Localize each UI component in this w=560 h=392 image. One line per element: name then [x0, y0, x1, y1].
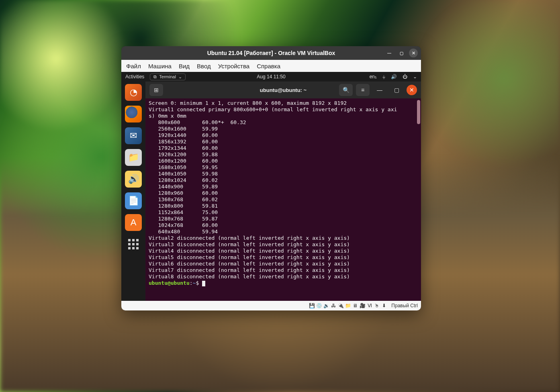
mouse-integration-icon[interactable]: 🖱 [374, 302, 380, 309]
hdd-icon[interactable]: 💾 [309, 302, 315, 309]
hamburger-menu-button[interactable]: ≡ [356, 84, 370, 96]
keyboard-layout-indicator[interactable]: en₁ [370, 74, 377, 80]
dock-icon-disk-utility[interactable]: ◔ [125, 84, 142, 101]
dock-icon-rhythmbox[interactable]: 🔊 [125, 171, 142, 188]
terminal-content[interactable]: Screen 0: minimum 1 x 1, current 800 x 6… [145, 98, 421, 301]
dock-icon-thunderbird[interactable]: ✉ [125, 127, 142, 144]
gnome-topbar: Activities ⧉ Terminal ⌄ Aug 14 11:50 en₁… [121, 72, 421, 82]
network-icon[interactable]: ⏚ [382, 74, 385, 80]
virtualbox-window: Ubuntu 21.04 [Работает] - Oracle VM Virt… [121, 46, 421, 310]
minimize-button[interactable] [385, 49, 394, 57]
volume-icon[interactable]: 🔊 [391, 74, 397, 80]
recording-icon[interactable]: 🎥 [359, 302, 366, 309]
maximize-button[interactable] [397, 49, 406, 57]
system-menu-arrow-icon[interactable]: ⌄ [413, 74, 417, 80]
dock-icon-software[interactable]: A [125, 214, 142, 231]
terminal-minimize-button[interactable]: — [373, 84, 386, 96]
vbox-menubar: Файл Машина Вид Ввод Устройства Справка [121, 60, 421, 72]
shared-folder-icon[interactable]: 📁 [345, 302, 351, 309]
network-icon-sb[interactable]: 🖧 [330, 302, 337, 309]
menu-devices[interactable]: Устройства [218, 63, 249, 69]
terminal-header: ⊞ ubuntu@ubuntu: ~ 🔍 ≡ — ▢ ✕ [145, 82, 421, 98]
audio-icon[interactable]: 🔉 [323, 302, 329, 309]
menu-view[interactable]: Вид [179, 63, 190, 69]
host-key-label: Правый Ctrl [391, 303, 418, 308]
titlebar[interactable]: Ubuntu 21.04 [Работает] - Oracle VM Virt… [121, 46, 421, 60]
terminal-icon: ⧉ [153, 74, 157, 80]
terminal-maximize-button[interactable]: ▢ [390, 84, 403, 96]
close-button[interactable] [409, 49, 418, 57]
app-menu[interactable]: ⧉ Terminal ⌄ [150, 74, 186, 80]
activities-button[interactable]: Activities [125, 74, 144, 80]
window-title: Ubuntu 21.04 [Работает] - Oracle VM Virt… [207, 50, 335, 56]
terminal-title: ubuntu@ubuntu: ~ [260, 87, 307, 93]
guest-screen: Activities ⧉ Terminal ⌄ Aug 14 11:50 en₁… [121, 72, 421, 301]
new-tab-button[interactable]: ⊞ [149, 84, 163, 96]
terminal-window: ⊞ ubuntu@ubuntu: ~ 🔍 ≡ — ▢ ✕ Screen 0: m… [145, 82, 421, 301]
menu-file[interactable]: Файл [126, 63, 141, 69]
host-key-arrow-icon[interactable]: ⬇ [381, 302, 387, 309]
terminal-scrollbar[interactable] [417, 100, 420, 124]
menu-input[interactable]: Ввод [197, 63, 211, 69]
dock-icon-files[interactable]: 📁 [125, 149, 142, 166]
chevron-down-icon: ⌄ [178, 74, 182, 80]
terminal-close-button[interactable]: ✕ [407, 85, 417, 95]
dock-icon-show-apps[interactable] [125, 236, 142, 253]
dock: ◔ ✉ 📁 🔊 📄 A [121, 82, 145, 301]
usb-icon[interactable]: 🔌 [337, 302, 344, 309]
app-menu-label: Terminal [159, 74, 176, 79]
cpu-icon[interactable]: Ⅵ [366, 302, 373, 309]
dock-icon-libreoffice[interactable]: 📄 [125, 192, 142, 209]
menu-help[interactable]: Справка [257, 63, 280, 69]
menu-machine[interactable]: Машина [148, 63, 172, 69]
search-button[interactable]: 🔍 [339, 84, 353, 96]
power-icon[interactable]: ⏻ [403, 74, 407, 80]
display-icon[interactable]: 🖥 [352, 302, 358, 309]
clock[interactable]: Aug 14 11:50 [257, 74, 285, 80]
optical-icon[interactable]: 💿 [316, 302, 322, 309]
dock-icon-firefox[interactable] [125, 106, 142, 122]
vbox-statusbar: 💾 💿 🔉 🖧 🔌 📁 🖥 🎥 Ⅵ 🖱 ⬇ Правый Ctrl [121, 301, 421, 310]
